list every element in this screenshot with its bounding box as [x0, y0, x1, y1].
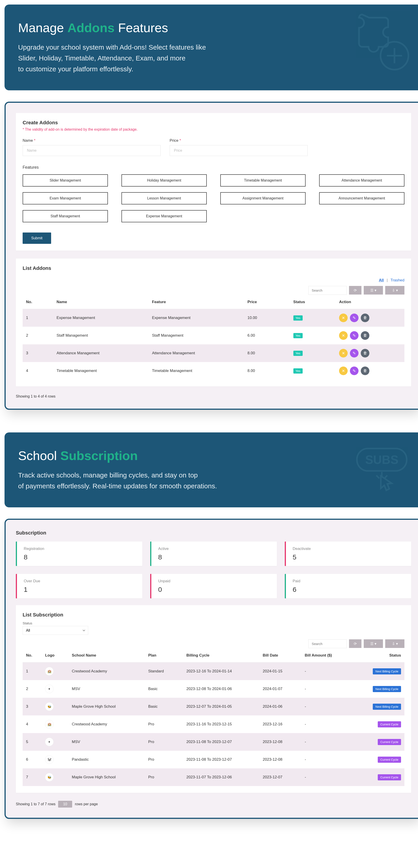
- edit-button[interactable]: ✎: [350, 314, 358, 322]
- stat-deactivate[interactable]: Deactivate5: [285, 541, 411, 566]
- columns-button[interactable]: ☰▾: [364, 286, 383, 294]
- edit-button[interactable]: ✎: [350, 349, 358, 358]
- close-icon: ✕: [342, 369, 345, 373]
- feature-exam-management[interactable]: Exam Management: [23, 192, 108, 205]
- feature-attendance-management[interactable]: Attendance Management: [319, 174, 405, 187]
- feature-assignment-management[interactable]: Assignment Management: [220, 192, 306, 205]
- subscription-title: Subscription: [16, 530, 411, 536]
- feature-lesson-management[interactable]: Lesson Management: [121, 192, 207, 205]
- validity-note: * The validity of add-on is determined b…: [23, 127, 405, 131]
- list-addons-title: List Addons: [23, 265, 405, 271]
- stat-active[interactable]: Active8: [150, 541, 277, 566]
- col-status[interactable]: Status: [290, 295, 336, 309]
- edit-button[interactable]: ✎: [350, 367, 358, 375]
- cycle-status-badge: Current Cycle: [378, 774, 401, 780]
- col-status[interactable]: Status: [351, 649, 405, 662]
- cycle-status-badge: Current Cycle: [378, 721, 401, 727]
- close-icon: ✕: [342, 351, 345, 356]
- export-button[interactable]: ⇩▾: [385, 286, 405, 294]
- table-row: 5 ✦ MSV Pro 2023-11-08 To 2023-12-07 202…: [23, 733, 405, 751]
- delete-button[interactable]: 🗑: [361, 314, 370, 322]
- cycle-status-badge: Next Billing Cycle: [373, 686, 401, 692]
- filter-all[interactable]: All: [379, 278, 384, 282]
- restore-button[interactable]: ✕: [339, 331, 348, 340]
- stat-over-due[interactable]: Over Due1: [16, 574, 142, 598]
- school-logo: ✦: [45, 685, 54, 693]
- addons-table-footer: Showing 1 to 4 of 4 rows: [16, 394, 411, 399]
- col-school[interactable]: School Name: [69, 649, 145, 662]
- caret-down-icon: ▾: [375, 288, 376, 292]
- stat-unpaid[interactable]: Unpaid0: [150, 574, 277, 598]
- caret-down-icon: ▾: [396, 288, 398, 292]
- name-input[interactable]: [23, 145, 161, 156]
- feature-holiday-management[interactable]: Holiday Management: [121, 174, 207, 187]
- delete-button[interactable]: 🗑: [361, 367, 370, 375]
- cycle-status-badge: Current Cycle: [378, 739, 401, 745]
- name-label: Name *: [23, 138, 161, 143]
- col-logo[interactable]: Logo: [42, 649, 68, 662]
- stat-registration[interactable]: Registration8: [16, 541, 142, 566]
- col-price[interactable]: Price: [244, 295, 290, 309]
- columns-button[interactable]: ☰▾: [364, 639, 383, 648]
- restore-button[interactable]: ✕: [339, 367, 348, 375]
- school-logo: 🐝: [45, 702, 54, 711]
- subs-click-icon: SUBS: [350, 446, 414, 497]
- edit-button[interactable]: ✎: [350, 331, 358, 340]
- table-row: 3 🐝 Maple Grove High School Basic 2023-1…: [23, 698, 405, 715]
- refresh-button[interactable]: ⟳: [349, 286, 361, 294]
- table-row: 1 Expense Management Expense Management …: [23, 309, 405, 327]
- price-input[interactable]: [170, 145, 308, 156]
- status-select[interactable]: All: [23, 626, 88, 635]
- feature-announcement-management[interactable]: Announcement Management: [319, 192, 405, 205]
- close-icon: ✕: [342, 316, 345, 320]
- col-action[interactable]: Action: [336, 295, 405, 309]
- restore-button[interactable]: ✕: [339, 349, 348, 358]
- export-icon: ⇩: [392, 642, 395, 646]
- refresh-icon: ⟳: [354, 642, 357, 646]
- subscription-table: No. Logo School Name Plan Billing Cycle …: [23, 649, 405, 786]
- col-name[interactable]: Name: [53, 295, 149, 309]
- feature-slider-management[interactable]: Slider Management: [23, 174, 108, 187]
- subscription-hero: School Subscription Track active schools…: [4, 432, 418, 507]
- col-amount[interactable]: Bill Amount ($): [301, 649, 351, 662]
- list-subscription-card: List Subscription Status All ⟳ ☰▾ ⇩▾ No.…: [16, 605, 411, 793]
- rows-per-page-select[interactable]: 10: [58, 801, 72, 808]
- feature-expense-management[interactable]: Expense Management: [121, 210, 207, 222]
- filter-trashed[interactable]: Trashed: [390, 278, 405, 282]
- trash-icon: 🗑: [363, 333, 367, 338]
- col-feature[interactable]: Feature: [149, 295, 244, 309]
- feature-staff-management[interactable]: Staff Management: [23, 210, 108, 222]
- puzzle-plus-icon: [350, 11, 414, 75]
- cycle-status-badge: Next Billing Cycle: [373, 668, 401, 675]
- col-plan[interactable]: Plan: [145, 649, 183, 662]
- close-icon: ✕: [342, 333, 345, 338]
- status-badge: Yes: [293, 333, 303, 338]
- price-label: Price *: [170, 138, 308, 143]
- col-no[interactable]: No.: [23, 295, 53, 309]
- restore-button[interactable]: ✕: [339, 314, 348, 322]
- export-button[interactable]: ⇩▾: [385, 639, 405, 648]
- subs-search-input[interactable]: [308, 639, 347, 648]
- col-date[interactable]: Bill Date: [259, 649, 302, 662]
- delete-button[interactable]: 🗑: [361, 349, 370, 358]
- trash-icon: 🗑: [363, 369, 367, 373]
- cycle-status-badge: Next Billing Cycle: [373, 704, 401, 710]
- svg-text:SUBS: SUBS: [365, 453, 398, 466]
- create-addons-title: Create Addons: [23, 120, 405, 126]
- edit-icon: ✎: [353, 369, 356, 373]
- refresh-icon: ⟳: [354, 288, 357, 292]
- list-icon: ☰: [370, 642, 374, 646]
- feature-timetable-management[interactable]: Timetable Management: [220, 174, 306, 187]
- col-no[interactable]: No.: [23, 649, 42, 662]
- school-logo: 🐼: [45, 755, 54, 764]
- refresh-button[interactable]: ⟳: [349, 639, 361, 648]
- edit-icon: ✎: [353, 333, 356, 338]
- delete-button[interactable]: 🗑: [361, 331, 370, 340]
- addons-search-input[interactable]: [308, 286, 347, 295]
- stat-paid[interactable]: Paid6: [285, 574, 411, 598]
- school-logo: 🏫: [45, 720, 54, 728]
- create-addons-card: Create Addons * The validity of add-on i…: [16, 113, 411, 251]
- submit-button[interactable]: Submit: [23, 232, 51, 244]
- school-logo: 🏫: [45, 667, 54, 676]
- col-cycle[interactable]: Billing Cycle: [183, 649, 259, 662]
